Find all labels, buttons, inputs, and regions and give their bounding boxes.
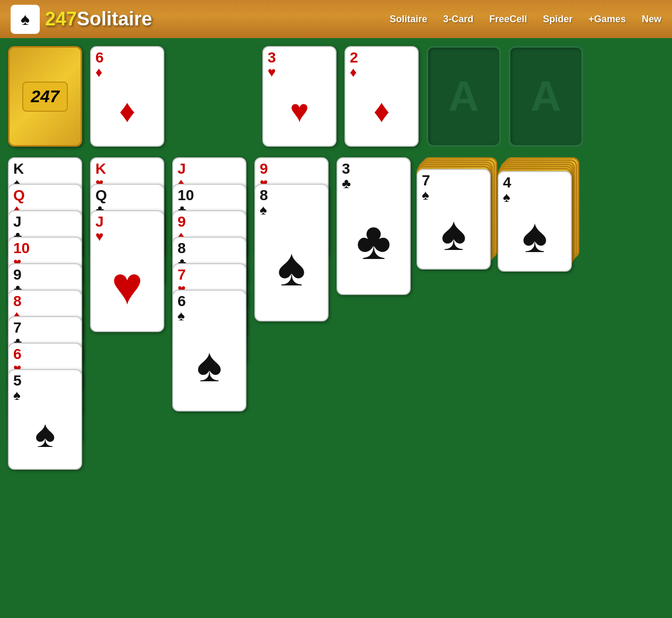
card-3-clubs[interactable]: 3 ♣ ♣ [337, 157, 411, 295]
tableau-col-5: 3 ♣ ♣ [337, 157, 411, 295]
top-row: 247 6 ♦ ♦ 3 ♥ ♥ 2 ♦ ♦ A A [8, 46, 664, 147]
foundation-3-ghost: A [448, 72, 479, 121]
game-area: 247 6 ♦ ♦ 3 ♥ ♥ 2 ♦ ♦ A A [0, 38, 672, 618]
nav-games[interactable]: +Games [588, 14, 626, 25]
nav: Solitaire 3-Card FreeCell Spider +Games … [390, 14, 661, 25]
card-7-spades[interactable]: 7 ♠ ♠ [417, 169, 491, 270]
tableau-col-4: 9 ♥ 8 ♠ ♠ [254, 157, 329, 321]
nav-spider[interactable]: Spider [543, 14, 572, 25]
logo-title: Solitaire [77, 8, 152, 30]
waste-center: ♦ [95, 79, 159, 142]
tableau-col-6[interactable]: 7 ♠ ♠ [419, 157, 493, 274]
foundation-2-suit: ♦ [350, 65, 413, 79]
stock-card[interactable]: 247 [8, 46, 82, 147]
nav-freecell[interactable]: FreeCell [489, 14, 527, 25]
foundation-1[interactable]: 3 ♥ ♥ [262, 46, 337, 147]
tableau-col-7[interactable]: 4 ♠ ♠ [501, 157, 575, 274]
card-4-spades[interactable]: 4 ♠ ♠ [498, 171, 572, 272]
stock-logo-text: 247 [31, 87, 59, 106]
foundation-2[interactable]: 2 ♦ ♦ [344, 46, 419, 147]
foundation-4[interactable]: A [509, 46, 583, 147]
foundation-1-suit: ♥ [268, 65, 331, 79]
nav-solitaire[interactable]: Solitaire [390, 14, 427, 25]
foundation-1-rank: 3 [268, 50, 331, 65]
foundation-1-center: ♥ [268, 79, 331, 142]
foundation-4-ghost: A [530, 72, 561, 121]
nav-3card[interactable]: 3-Card [443, 14, 473, 25]
waste-suit: ♦ [95, 65, 159, 79]
tableau: K ♠ Q ♦ J ♣ 10 ♥ 9 ♣ 8 ♦ [8, 157, 664, 470]
logo-icon [11, 5, 40, 34]
foundation-3[interactable]: A [427, 46, 501, 147]
waste-card[interactable]: 6 ♦ ♦ [90, 46, 164, 147]
foundation-2-rank: 2 [350, 50, 413, 65]
logo-number: 247 [45, 8, 77, 30]
card-5-spades[interactable]: 5 ♠ ♠ [8, 369, 82, 470]
stock-logo: 247 [22, 82, 67, 112]
tableau-col-1: K ♠ Q ♦ J ♣ 10 ♥ 9 ♣ 8 ♦ [8, 157, 82, 470]
foundation-2-center: ♦ [350, 79, 413, 142]
tableau-col-3: J ♦ 10 ♣ 9 ♦ 8 ♣ 7 ♥ 6 ♠ ♠ [172, 157, 246, 411]
nav-new[interactable]: New [642, 14, 661, 25]
card-j-hearts[interactable]: J ♥ ♥ [90, 210, 164, 332]
card-6-spades[interactable]: 6 ♠ ♠ [172, 290, 246, 411]
waste-rank: 6 [95, 50, 159, 65]
card-8-spades[interactable]: 8 ♠ ♠ [254, 184, 329, 321]
header: 247Solitaire Solitaire 3-Card FreeCell S… [0, 0, 672, 38]
tableau-col-2: K ♥ Q ♣ J ♥ ♥ [90, 157, 164, 332]
logo-area: 247Solitaire [11, 5, 152, 34]
logo-text: 247Solitaire [45, 8, 152, 30]
